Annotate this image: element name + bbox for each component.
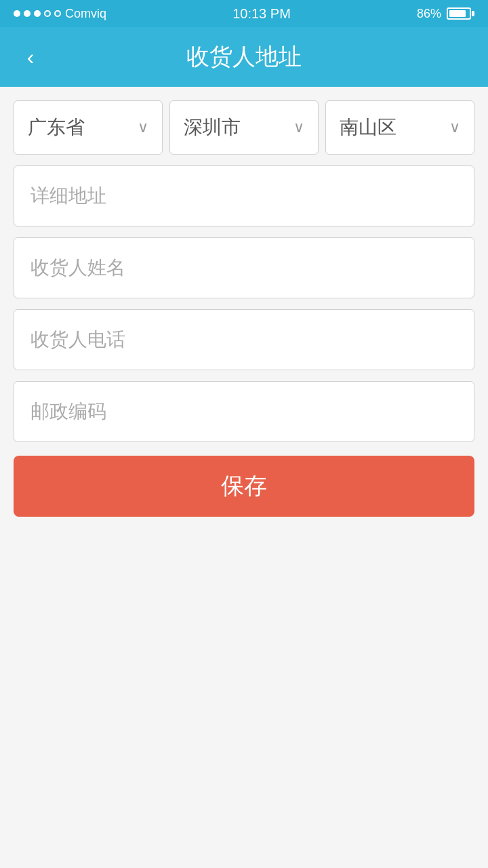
back-icon: ‹ bbox=[27, 45, 35, 70]
signal-dot-2 bbox=[24, 10, 30, 17]
back-button[interactable]: ‹ bbox=[14, 40, 47, 74]
signal-icon bbox=[14, 10, 61, 17]
nav-bar: ‹ 收货人地址 bbox=[0, 27, 488, 87]
postal-code-field bbox=[14, 381, 474, 442]
location-dropdowns: 广东省 ∨ 深圳市 ∨ 南山区 ∨ bbox=[14, 100, 474, 155]
battery-icon bbox=[447, 7, 474, 20]
district-dropdown[interactable]: 南山区 ∨ bbox=[325, 100, 474, 155]
status-bar-right: 86% bbox=[417, 7, 474, 21]
province-arrow-icon: ∨ bbox=[138, 119, 148, 136]
content-area: 广东省 ∨ 深圳市 ∨ 南山区 ∨ 保存 bbox=[0, 87, 488, 868]
battery-tip bbox=[472, 11, 474, 16]
nav-title: 收货人地址 bbox=[186, 41, 302, 73]
recipient-phone-field bbox=[14, 309, 474, 370]
signal-dot-4 bbox=[44, 10, 51, 17]
district-label: 南山区 bbox=[340, 115, 396, 140]
detail-address-input[interactable] bbox=[30, 185, 458, 207]
battery-percentage: 86% bbox=[417, 7, 441, 21]
recipient-name-field bbox=[14, 237, 474, 298]
battery-body bbox=[447, 7, 471, 20]
signal-dot-5 bbox=[54, 10, 61, 17]
signal-dot-1 bbox=[14, 10, 20, 17]
clock: 10:13 PM bbox=[232, 6, 291, 22]
postal-code-input[interactable] bbox=[30, 401, 458, 422]
city-label: 深圳市 bbox=[184, 115, 241, 140]
signal-dot-3 bbox=[34, 10, 41, 17]
recipient-name-input[interactable] bbox=[30, 257, 458, 279]
province-dropdown[interactable]: 广东省 ∨ bbox=[14, 100, 163, 155]
status-bar-left: Comviq bbox=[14, 7, 106, 21]
status-bar: Comviq 10:13 PM 86% bbox=[0, 0, 488, 27]
save-button[interactable]: 保存 bbox=[14, 456, 474, 517]
battery-fill bbox=[449, 10, 466, 17]
city-dropdown[interactable]: 深圳市 ∨ bbox=[169, 100, 319, 155]
carrier-label: Comviq bbox=[65, 7, 106, 21]
province-label: 广东省 bbox=[28, 115, 85, 140]
detail-address-field bbox=[14, 165, 474, 226]
recipient-phone-input[interactable] bbox=[30, 329, 458, 351]
city-arrow-icon: ∨ bbox=[293, 119, 304, 136]
district-arrow-icon: ∨ bbox=[449, 119, 460, 136]
